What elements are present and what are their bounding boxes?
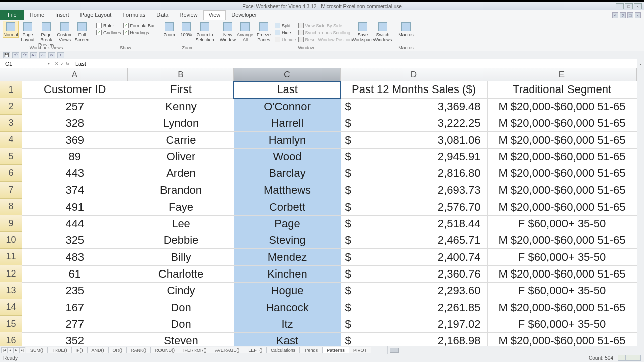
column-headers[interactable]: ABCDE xyxy=(22,68,637,81)
sheet-tab[interactable]: OR() xyxy=(108,347,127,353)
sheet-nav[interactable]: |◂◂▸▸| xyxy=(0,347,26,353)
freeze-panes-button[interactable]: Freeze Panes xyxy=(255,21,273,42)
sheet-tab[interactable]: IF() xyxy=(71,347,88,353)
cell[interactable]: M $20,000-$60,000 51-65 xyxy=(487,182,637,199)
zoom-button[interactable]: Zoom xyxy=(162,21,177,37)
new-window-button[interactable]: New Window xyxy=(220,21,235,42)
split-button[interactable]: Split xyxy=(275,23,296,28)
cell[interactable]: $2,465.71 xyxy=(341,232,487,249)
cell[interactable]: $2,197.02 xyxy=(341,316,487,332)
maximize-button[interactable]: □ xyxy=(625,3,633,9)
help-icon[interactable]: ? xyxy=(620,12,626,18)
tab-home[interactable]: Home xyxy=(24,10,50,20)
cell[interactable]: Barclay xyxy=(234,165,341,182)
sheet-tab[interactable]: SUM() xyxy=(26,347,48,353)
cell[interactable]: 89 xyxy=(22,148,128,165)
cell[interactable]: 328 xyxy=(22,115,128,132)
redo-icon[interactable]: ↷ xyxy=(21,52,28,58)
cell[interactable]: M $20,000-$60,000 51-65 xyxy=(487,299,637,316)
minimize-button[interactable]: – xyxy=(616,3,624,9)
sheet-tab[interactable]: IFERROR() xyxy=(179,347,211,353)
cell[interactable]: Steving xyxy=(234,232,341,249)
cell[interactable]: Wood xyxy=(234,148,341,165)
cell[interactable]: Lee xyxy=(128,215,234,232)
cell[interactable]: Billy xyxy=(128,249,234,265)
close-button[interactable]: × xyxy=(634,3,642,9)
cell[interactable]: M $20,000-$60,000 51-65 xyxy=(487,265,637,282)
row-header-12[interactable]: 12 xyxy=(0,265,22,282)
page-break-preview-button[interactable]: Page Break Preview xyxy=(37,21,55,47)
cell[interactable]: Faye xyxy=(128,199,234,215)
tab-page-layout[interactable]: Page Layout xyxy=(75,10,117,20)
cell[interactable]: F $60,000+ 35-50 xyxy=(487,249,637,265)
cell[interactable]: Page xyxy=(234,215,341,232)
minimize-ribbon-icon[interactable]: ^ xyxy=(612,12,618,18)
cell[interactable]: Kast xyxy=(234,332,341,346)
cell[interactable]: 369 xyxy=(22,132,128,148)
hide-button[interactable]: Hide xyxy=(275,30,296,35)
cells-area[interactable]: Customer IDFirstLastPast 12 Months Sales… xyxy=(22,81,637,346)
column-header-B[interactable]: B xyxy=(128,68,234,81)
cell[interactable]: Matthews xyxy=(234,182,341,199)
fx-icon[interactable]: fx xyxy=(48,52,55,58)
cell[interactable]: 444 xyxy=(22,215,128,232)
cell[interactable]: M $20,000-$60,000 51-65 xyxy=(487,232,637,249)
close-workbook-icon[interactable]: × xyxy=(635,12,641,18)
custom-views-button[interactable]: Custom Views xyxy=(57,21,72,42)
cell[interactable]: F $60,000+ 35-50 xyxy=(487,283,637,299)
restore-icon[interactable]: □ xyxy=(627,12,633,18)
cell[interactable]: M $20,000-$60,000 51-65 xyxy=(487,132,637,148)
cell[interactable]: Charlotte xyxy=(128,265,234,282)
cell[interactable]: Itz xyxy=(234,316,341,332)
row-header-4[interactable]: 4 xyxy=(0,132,22,148)
zoom-selection-button[interactable]: Zoom to Selection xyxy=(196,21,214,42)
cell[interactable]: F $60,000+ 35-50 xyxy=(487,215,637,232)
cell[interactable]: Arden xyxy=(128,165,234,182)
cell[interactable]: M $20,000-$60,000 51-65 xyxy=(487,115,637,132)
cell[interactable]: $2,261.85 xyxy=(341,299,487,316)
cell[interactable]: 167 xyxy=(22,299,128,316)
select-all-corner[interactable] xyxy=(0,68,22,81)
tab-data[interactable]: Data xyxy=(151,10,174,20)
tab-developer[interactable]: Developer xyxy=(226,10,262,20)
row-header-6[interactable]: 6 xyxy=(0,165,22,182)
cell[interactable]: 277 xyxy=(22,316,128,332)
horizontal-scrollbar[interactable] xyxy=(387,346,644,354)
expand-formula-icon[interactable]: ⌄ xyxy=(637,59,644,68)
cell[interactable]: Hancock xyxy=(234,299,341,316)
cell[interactable]: $3,081.06 xyxy=(341,132,487,148)
worksheet-grid[interactable]: ABCDE 12345678910111213141516 Customer I… xyxy=(0,68,644,346)
zoom-100-button[interactable]: 100% xyxy=(179,21,194,37)
cell[interactable]: Mendez xyxy=(234,249,341,265)
save-workspace-button[interactable]: Save Workspace xyxy=(354,21,372,42)
row-header-9[interactable]: 9 xyxy=(0,215,22,232)
row-header-14[interactable]: 14 xyxy=(0,299,22,316)
fx-buttons[interactable]: ✕✓fx xyxy=(52,59,72,68)
sheet-tab[interactable]: ROUND() xyxy=(150,347,179,353)
cell[interactable]: $2,400.74 xyxy=(341,249,487,265)
vertical-scrollbar[interactable] xyxy=(637,68,644,346)
cell[interactable]: F $60,000+ 35-50 xyxy=(487,316,637,332)
name-box[interactable]: C1 xyxy=(0,59,52,68)
cell[interactable]: $2,816.80 xyxy=(341,165,487,182)
header-cell[interactable]: Last xyxy=(234,81,341,98)
row-headers[interactable]: 12345678910111213141516 xyxy=(0,81,22,346)
row-header-8[interactable]: 8 xyxy=(0,199,22,215)
cell[interactable]: Corbett xyxy=(234,199,341,215)
macros-button[interactable]: Macros xyxy=(398,21,414,37)
header-cell[interactable]: Customer ID xyxy=(22,81,128,98)
normal-view-button[interactable]: Normal xyxy=(3,21,18,37)
sheet-tab[interactable]: TRUE() xyxy=(47,347,72,353)
header-cell[interactable]: First xyxy=(128,81,234,98)
cell[interactable]: Hamlyn xyxy=(234,132,341,148)
cell[interactable]: Debbie xyxy=(128,232,234,249)
page-layout-button[interactable]: Page Layout xyxy=(20,21,35,42)
cell[interactable]: Oliver xyxy=(128,148,234,165)
full-screen-button[interactable]: Full Screen xyxy=(74,21,90,42)
cell[interactable]: 325 xyxy=(22,232,128,249)
cell[interactable]: 483 xyxy=(22,249,128,265)
tab-formulas[interactable]: Formulas xyxy=(117,10,151,20)
cell[interactable]: 374 xyxy=(22,182,128,199)
cell[interactable]: $2,360.76 xyxy=(341,265,487,282)
header-cell[interactable]: Past 12 Months Sales ($) xyxy=(341,81,487,98)
